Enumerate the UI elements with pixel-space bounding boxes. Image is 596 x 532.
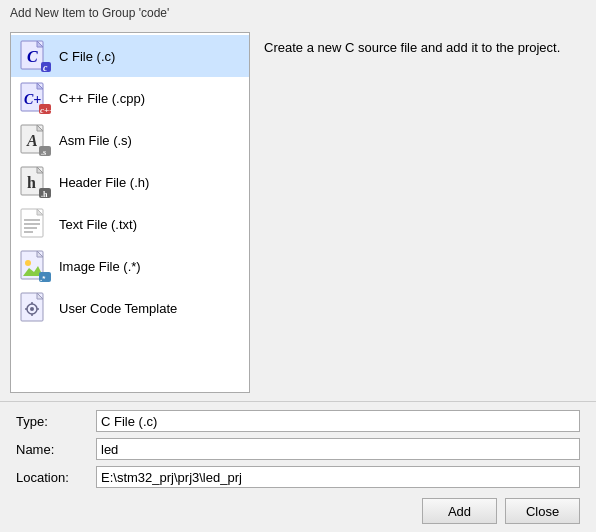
name-row: Name:: [16, 438, 580, 460]
svg-point-28: [25, 260, 31, 266]
location-row: Location:: [16, 466, 580, 488]
svg-point-35: [30, 307, 34, 311]
file-type-item-c-file[interactable]: C c C File (.c): [11, 35, 249, 77]
button-row: Add Close: [16, 498, 580, 524]
name-label: Name:: [16, 442, 96, 457]
svg-text:C+: C+: [24, 92, 41, 107]
svg-text:.h: .h: [41, 190, 48, 198]
svg-text:.s: .s: [41, 148, 46, 156]
svg-text:C: C: [27, 48, 38, 65]
svg-text:A: A: [26, 132, 38, 149]
file-type-label: C File (.c): [59, 49, 115, 64]
description-panel: Create a new C source file and add it to…: [260, 32, 586, 393]
svg-text:c: c: [43, 62, 48, 72]
file-type-label: Text File (.txt): [59, 217, 137, 232]
add-button[interactable]: Add: [422, 498, 497, 524]
file-type-item-header-file[interactable]: h .h Header File (.h): [11, 161, 249, 203]
file-type-list: C c C File (.c) C+ c++ C++ File (.cpp) A…: [10, 32, 250, 393]
name-input[interactable]: [96, 438, 580, 460]
dialog-title: Add New Item to Group 'code': [0, 0, 596, 24]
img-file-icon: .*: [19, 250, 51, 282]
type-input[interactable]: [96, 410, 580, 432]
form-area: Type: Name: Location: Add Close: [0, 401, 596, 532]
svg-text:c++: c++: [40, 105, 51, 114]
file-type-item-image-file[interactable]: .* Image File (.*): [11, 245, 249, 287]
svg-text:h: h: [27, 174, 36, 191]
close-button[interactable]: Close: [505, 498, 580, 524]
file-type-label: Asm File (.s): [59, 133, 132, 148]
c-file-icon: C c: [19, 40, 51, 72]
add-new-item-dialog: Add New Item to Group 'code' C c C File …: [0, 0, 596, 532]
file-type-label: User Code Template: [59, 301, 177, 316]
file-type-item-cpp-file[interactable]: C+ c++ C++ File (.cpp): [11, 77, 249, 119]
content-area: C c C File (.c) C+ c++ C++ File (.cpp) A…: [0, 24, 596, 401]
txt-file-icon: [19, 208, 51, 240]
asm-file-icon: A .s: [19, 124, 51, 156]
uct-file-icon: [19, 292, 51, 324]
file-type-item-asm-file[interactable]: A .s Asm File (.s): [11, 119, 249, 161]
cpp-file-icon: C+ c++: [19, 82, 51, 114]
h-file-icon: h .h: [19, 166, 51, 198]
file-type-label: Header File (.h): [59, 175, 149, 190]
file-type-item-user-code-template[interactable]: User Code Template: [11, 287, 249, 329]
svg-text:.*: .*: [40, 274, 46, 282]
file-type-item-text-file[interactable]: Text File (.txt): [11, 203, 249, 245]
type-label: Type:: [16, 414, 96, 429]
type-row: Type:: [16, 410, 580, 432]
location-input[interactable]: [96, 466, 580, 488]
file-type-label: Image File (.*): [59, 259, 141, 274]
file-type-label: C++ File (.cpp): [59, 91, 145, 106]
location-label: Location:: [16, 470, 96, 485]
